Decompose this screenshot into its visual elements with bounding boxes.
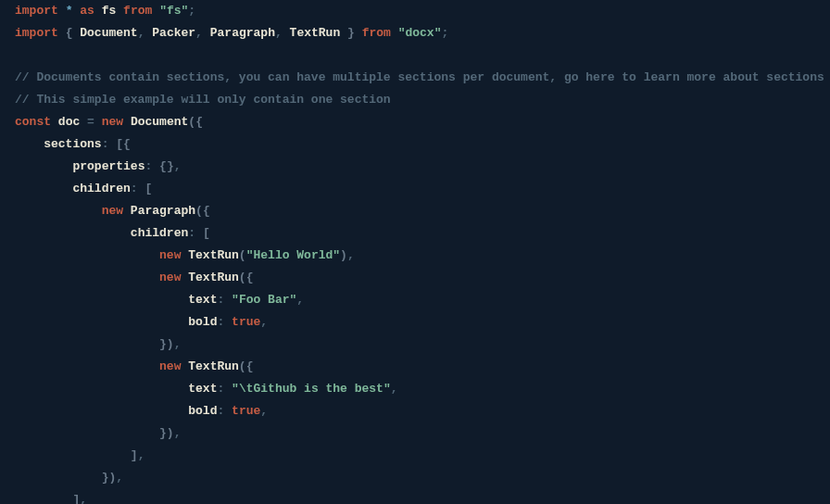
keyword-from: from bbox=[123, 4, 152, 18]
keyword-import: import bbox=[15, 4, 58, 18]
identifier-packer: Packer bbox=[152, 26, 195, 40]
bracket-open: [ bbox=[116, 137, 123, 151]
prop-children: children bbox=[72, 182, 130, 195]
semicolon: ; bbox=[188, 4, 195, 18]
comma: , bbox=[174, 426, 182, 440]
comma: , bbox=[275, 26, 283, 40]
paren-open: ( bbox=[239, 248, 246, 262]
class-document: Document bbox=[131, 115, 188, 129]
prop-bold: bold bbox=[188, 315, 217, 329]
paren-open: ( bbox=[188, 115, 195, 129]
brace-close: } bbox=[167, 159, 174, 173]
comma: , bbox=[195, 26, 203, 40]
keyword-as: as bbox=[80, 4, 94, 18]
brace-open: { bbox=[159, 159, 167, 173]
colon: : bbox=[217, 382, 224, 396]
class-textrun: TextRun bbox=[188, 271, 239, 284]
colon: : bbox=[188, 226, 195, 240]
comma: , bbox=[391, 382, 398, 396]
keyword-import: import bbox=[15, 26, 58, 40]
string-fs-module: "fs" bbox=[159, 4, 188, 18]
paren-open: ( bbox=[195, 204, 203, 218]
brace-close: } bbox=[347, 26, 355, 40]
colon: : bbox=[145, 159, 152, 173]
comma: , bbox=[296, 293, 304, 307]
paren-open: ( bbox=[239, 359, 246, 373]
keyword-new: new bbox=[102, 115, 123, 129]
star-token: * bbox=[66, 4, 73, 18]
bracket-open: [ bbox=[145, 182, 152, 195]
bracket-open: [ bbox=[203, 226, 210, 240]
comma: , bbox=[174, 159, 182, 173]
brace-open: { bbox=[195, 115, 203, 129]
prop-text: text bbox=[188, 382, 217, 396]
comma: , bbox=[138, 448, 145, 462]
comma: , bbox=[260, 315, 268, 329]
identifier-fs: fs bbox=[102, 4, 117, 18]
equals: = bbox=[87, 115, 94, 129]
colon: : bbox=[217, 315, 224, 329]
identifier-doc: doc bbox=[58, 115, 80, 129]
comment-line-1: // Documents contain sections, you can h… bbox=[15, 70, 824, 84]
paren-close: ) bbox=[167, 426, 174, 440]
boolean-true: true bbox=[232, 315, 260, 329]
comma: , bbox=[347, 248, 355, 262]
brace-open: { bbox=[203, 204, 210, 218]
keyword-from: from bbox=[362, 26, 391, 40]
string-docx-module: "docx" bbox=[398, 26, 442, 40]
comment-line-2: // This simple example will only contain… bbox=[15, 93, 391, 107]
brace-open: { bbox=[246, 271, 254, 284]
identifier-document: Document bbox=[80, 26, 137, 40]
brace-close: } bbox=[159, 426, 167, 440]
brace-open: { bbox=[123, 137, 131, 151]
prop-children: children bbox=[131, 226, 188, 240]
colon: : bbox=[102, 137, 109, 151]
class-textrun: TextRun bbox=[188, 248, 239, 262]
keyword-new: new bbox=[159, 359, 181, 373]
prop-text: text bbox=[188, 293, 217, 307]
code-editor[interactable]: import * as fs from "fs"; import { Docum… bbox=[15, 0, 815, 504]
comma: , bbox=[80, 493, 87, 504]
colon: : bbox=[217, 293, 224, 307]
identifier-paragraph: Paragraph bbox=[210, 26, 275, 40]
keyword-new: new bbox=[159, 271, 181, 284]
comma: , bbox=[138, 26, 145, 40]
comma: , bbox=[116, 471, 123, 485]
brace-open: { bbox=[246, 359, 254, 373]
colon: : bbox=[131, 182, 138, 195]
string-github: "\tGithub is the best" bbox=[232, 382, 391, 396]
comma: , bbox=[174, 337, 182, 351]
string-foo-bar: "Foo Bar" bbox=[232, 293, 296, 307]
class-textrun: TextRun bbox=[188, 359, 239, 373]
paren-close: ) bbox=[167, 337, 174, 351]
keyword-const: const bbox=[15, 115, 51, 129]
identifier-textrun: TextRun bbox=[290, 26, 341, 40]
boolean-true: true bbox=[232, 404, 260, 418]
string-hello-world: "Hello World" bbox=[246, 248, 340, 262]
prop-properties: properties bbox=[72, 159, 145, 173]
bracket-close: ] bbox=[131, 448, 138, 462]
prop-sections: sections bbox=[44, 137, 101, 151]
class-paragraph: Paragraph bbox=[131, 204, 195, 218]
brace-close: } bbox=[159, 337, 167, 351]
paren-close: ) bbox=[340, 248, 347, 262]
comma: , bbox=[260, 404, 268, 418]
prop-bold: bold bbox=[188, 404, 217, 418]
colon: : bbox=[217, 404, 224, 418]
keyword-new: new bbox=[102, 204, 123, 218]
keyword-new: new bbox=[159, 248, 181, 262]
paren-open: ( bbox=[239, 271, 246, 284]
brace-open: { bbox=[66, 26, 73, 40]
semicolon: ; bbox=[441, 26, 448, 40]
